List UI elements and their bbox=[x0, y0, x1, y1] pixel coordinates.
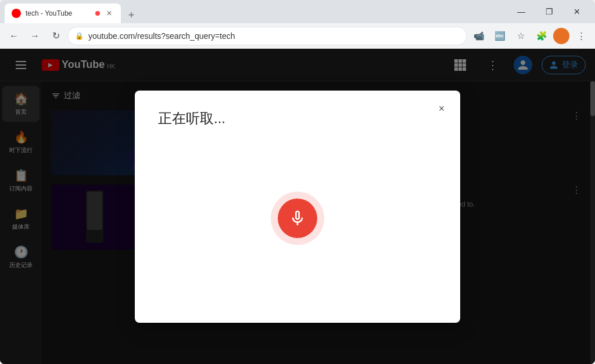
tab-close-button[interactable]: ✕ bbox=[105, 9, 114, 18]
modal-close-button[interactable]: × bbox=[432, 100, 451, 118]
modal-overlay: × 正在听取... bbox=[0, 49, 595, 364]
cast-icon[interactable]: 📹 bbox=[469, 27, 488, 45]
youtube-app: YouTube HK ⋮ 登录 bbox=[0, 49, 595, 364]
back-button[interactable]: ← bbox=[5, 27, 23, 45]
title-bar: tech - YouTube ✕ + — ❐ ✕ bbox=[0, 0, 595, 23]
active-tab[interactable]: tech - YouTube ✕ bbox=[5, 3, 121, 23]
new-tab-button[interactable]: + bbox=[123, 7, 139, 23]
browser-window: tech - YouTube ✕ + — ❐ ✕ ← → ↻ 🔒 youtube… bbox=[0, 0, 595, 364]
extensions-icon[interactable]: 🧩 bbox=[532, 27, 551, 45]
window-controls: — ❐ ✕ bbox=[508, 2, 590, 21]
minimize-button[interactable]: — bbox=[508, 2, 535, 21]
tab-title: tech - YouTube bbox=[26, 9, 91, 17]
bookmark-icon[interactable]: ☆ bbox=[511, 27, 530, 45]
modal-title: 正在听取... bbox=[158, 109, 225, 128]
forward-button[interactable]: → bbox=[26, 27, 44, 45]
address-bar[interactable]: 🔒 youtube.com/results?search_query=tech bbox=[67, 27, 467, 45]
url-text: youtube.com/results?search_query=tech bbox=[88, 31, 460, 41]
toolbar-right: 📹 🔤 ☆ 🧩 ⋮ bbox=[469, 27, 590, 45]
mic-button[interactable] bbox=[278, 199, 317, 238]
menu-icon[interactable]: ⋮ bbox=[572, 27, 590, 45]
modal-mic-area bbox=[158, 132, 437, 304]
maximize-button[interactable]: ❐ bbox=[536, 2, 562, 21]
voice-modal: × 正在听取... bbox=[135, 91, 460, 323]
tab-record-dot bbox=[95, 11, 100, 16]
tab-favicon bbox=[12, 9, 21, 18]
refresh-button[interactable]: ↻ bbox=[46, 27, 65, 45]
close-button[interactable]: ✕ bbox=[564, 2, 590, 21]
translate-icon[interactable]: 🔤 bbox=[490, 27, 509, 45]
profile-avatar[interactable] bbox=[553, 28, 569, 44]
tab-area: tech - YouTube ✕ + bbox=[5, 0, 503, 23]
lock-icon: 🔒 bbox=[75, 32, 84, 40]
toolbar: ← → ↻ 🔒 youtube.com/results?search_query… bbox=[0, 23, 595, 49]
